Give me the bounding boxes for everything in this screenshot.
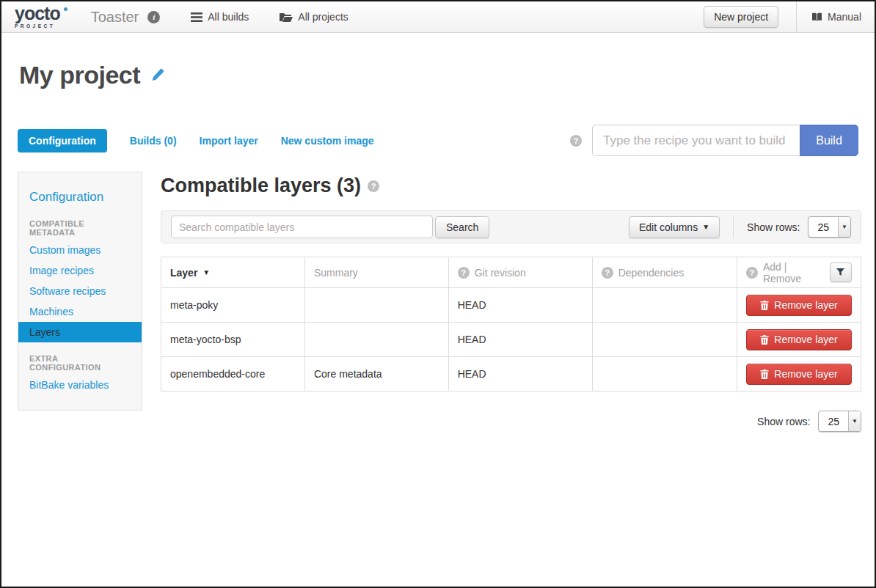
remove-layer-button[interactable]: Remove layer xyxy=(746,295,852,316)
show-rows-select[interactable]: 25 ▼ xyxy=(808,216,851,238)
page-title-row: My project xyxy=(19,61,875,89)
nav-all-projects-label: All projects xyxy=(298,11,348,23)
dependencies-cell xyxy=(592,357,737,392)
sidebar-item-software-recipes[interactable]: Software recipes xyxy=(18,281,142,301)
column-header-layer[interactable]: Layer ▼ xyxy=(161,257,305,288)
recipe-input[interactable] xyxy=(592,125,800,156)
footer-show-rows-label: Show rows: xyxy=(757,416,810,427)
build-button[interactable]: Build xyxy=(800,125,858,156)
nav-all-builds-label: All builds xyxy=(208,11,249,23)
git-revision-help-icon[interactable]: ? xyxy=(458,267,470,279)
logo-brand-text: yocto xyxy=(15,4,60,23)
dependencies-help-icon[interactable]: ? xyxy=(602,267,613,279)
sidebar: Configuration COMPATIBLE METADATA Custom… xyxy=(18,172,142,411)
table-footer: Show rows: 25 ▼ xyxy=(161,411,861,432)
folder-open-icon xyxy=(280,12,293,22)
git-revision-cell: HEAD xyxy=(448,323,592,357)
sidebar-item-bitbake-variables[interactable]: BitBake variables xyxy=(18,375,142,395)
action-cell: Remove layer xyxy=(737,288,861,323)
layer-name-cell: meta-poky xyxy=(161,288,305,323)
section-heading: Compatible layers (3) ? xyxy=(161,174,861,197)
search-button[interactable]: Search xyxy=(435,216,489,238)
footer-show-rows-value: 25 xyxy=(819,411,848,431)
trash-icon xyxy=(760,335,769,345)
page-title: My project xyxy=(19,61,140,89)
nav-all-projects[interactable]: All projects xyxy=(280,11,348,23)
dependencies-cell xyxy=(592,323,737,357)
filter-funnel-icon xyxy=(836,268,844,276)
edit-pencil-icon[interactable] xyxy=(150,68,164,82)
sidebar-heading-extra-configuration: EXTRA CONFIGURATION xyxy=(18,342,142,375)
sort-caret-icon: ▼ xyxy=(202,268,210,276)
nav-all-builds[interactable]: All builds xyxy=(191,11,249,23)
footer-show-rows-select[interactable]: 25 ▼ xyxy=(818,411,861,432)
yocto-logo[interactable]: yocto PROJECT xyxy=(15,4,67,29)
show-rows-label: Show rows: xyxy=(747,221,800,233)
tab-builds[interactable]: Builds (0) xyxy=(130,135,177,147)
action-cell: Remove layer xyxy=(737,323,861,357)
builds-list-icon xyxy=(191,12,202,22)
sidebar-item-machines[interactable]: Machines xyxy=(18,301,142,322)
sidebar-item-layers[interactable]: Layers xyxy=(18,322,142,342)
trash-icon xyxy=(760,301,769,310)
tab-configuration[interactable]: Configuration xyxy=(18,129,107,152)
table-row: meta-yocto-bsp HEAD Remove layer xyxy=(161,323,861,357)
select-arrow-icon: ▼ xyxy=(848,411,861,431)
sidebar-item-custom-images[interactable]: Custom images xyxy=(18,240,142,260)
filter-button[interactable] xyxy=(830,262,852,282)
project-tabs-row: Configuration Builds (0) Import layer Ne… xyxy=(18,125,858,156)
logo-dot xyxy=(64,7,67,11)
summary-cell: Core metadata xyxy=(304,357,448,392)
add-remove-help-icon[interactable]: ? xyxy=(746,267,758,279)
remove-layer-button[interactable]: Remove layer xyxy=(746,329,852,350)
table-toolbar: Search Edit columns ▼ Show rows: 25 ▼ xyxy=(161,210,861,243)
layer-name-cell: openembedded-core xyxy=(161,357,305,392)
column-header-dependencies: ? Dependencies xyxy=(592,257,737,288)
table-row: openembedded-core Core metadata HEAD Rem… xyxy=(161,357,861,392)
content-area: Configuration COMPATIBLE METADATA Custom… xyxy=(18,172,861,432)
git-revision-cell: HEAD xyxy=(448,357,592,392)
manual-link[interactable]: Manual xyxy=(811,11,861,23)
trash-icon xyxy=(760,370,769,379)
sidebar-heading-compatible-metadata: COMPATIBLE METADATA xyxy=(18,207,142,240)
column-header-summary: Summary xyxy=(304,257,448,288)
navbar-divider xyxy=(796,1,797,33)
column-header-add-remove: ? Add | Remove xyxy=(737,257,861,288)
select-arrow-icon: ▼ xyxy=(838,217,850,237)
manual-label: Manual xyxy=(828,11,861,23)
git-revision-cell: HEAD xyxy=(448,288,592,323)
show-rows-value: 25 xyxy=(809,217,838,237)
remove-layer-button[interactable]: Remove layer xyxy=(746,364,852,385)
book-icon xyxy=(811,12,822,22)
dependencies-cell xyxy=(592,288,737,323)
summary-cell xyxy=(304,323,448,357)
toolbar-divider xyxy=(733,216,734,238)
column-header-git-revision: ? Git revision xyxy=(448,257,592,288)
compatible-layers-table: Layer ▼ Summary ? Git revision xyxy=(161,257,861,392)
tab-import-layer[interactable]: Import layer xyxy=(200,135,258,147)
layer-name-cell: meta-yocto-bsp xyxy=(161,323,305,357)
build-bar: ? Build xyxy=(570,125,858,156)
heading-help-icon[interactable]: ? xyxy=(368,180,379,192)
chevron-down-icon: ▼ xyxy=(702,224,709,231)
tab-new-custom-image[interactable]: New custom image xyxy=(281,135,374,147)
top-navbar: yocto PROJECT Toaster i All builds All p… xyxy=(1,1,875,33)
build-help-icon[interactable]: ? xyxy=(570,135,582,147)
main-panel: Compatible layers (3) ? Search Edit colu… xyxy=(161,172,861,432)
edit-columns-label: Edit columns xyxy=(639,221,698,233)
logo-subtext: PROJECT xyxy=(15,24,67,29)
edit-columns-button[interactable]: Edit columns ▼ xyxy=(629,216,720,238)
sidebar-item-configuration[interactable]: Configuration xyxy=(18,183,142,207)
new-project-button[interactable]: New project xyxy=(704,6,778,28)
table-header-row: Layer ▼ Summary ? Git revision xyxy=(161,257,861,288)
table-row: meta-poky HEAD Remove layer xyxy=(161,288,861,323)
sidebar-item-image-recipes[interactable]: Image recipes xyxy=(18,260,142,281)
action-cell: Remove layer xyxy=(737,357,861,392)
search-input[interactable] xyxy=(171,216,433,238)
app-title: Toaster xyxy=(91,9,139,26)
summary-cell xyxy=(304,288,448,323)
toaster-app-window: yocto PROJECT Toaster i All builds All p… xyxy=(0,0,876,588)
section-heading-text: Compatible layers (3) xyxy=(161,174,361,197)
info-icon[interactable]: i xyxy=(147,11,160,23)
